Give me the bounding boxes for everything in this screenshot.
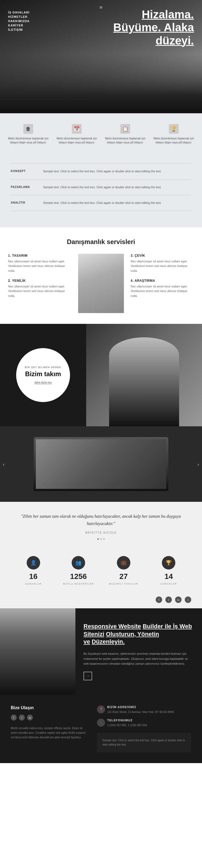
laptop-section: ‹ › [0, 426, 202, 502]
nav-links: İŞ DAVALARI HİZMETLER HAKKIMIZDA KARİYER… [8, 11, 30, 32]
hamburger-menu[interactable]: ≡ [99, 4, 102, 10]
footer-facebook-icon[interactable]: f [11, 715, 17, 720]
laptop-visual [34, 437, 168, 491]
stat-uzmanlar2: 🏆 14 UZMANLAR [146, 556, 192, 586]
stat-uzmanlar: 👤 16 UZMANLAR [11, 556, 56, 586]
nav-item-hakkimizda[interactable]: HAKKIMIZDA [8, 20, 30, 23]
stat-musteriler: 👥 1256 MUTLU MÜŞTERİLER [56, 556, 101, 586]
cta-right-content: Responsive Website Builder ile İş Web Si… [75, 608, 202, 694]
quote-dot-1[interactable] [97, 538, 99, 540]
icon-card-1[interactable]: 📅 Metni düzenlemeye başlamak için tıklay… [54, 121, 100, 147]
consulting-center-image [77, 254, 125, 313]
phone-icon: 📞 [97, 719, 105, 727]
nav-item-hizmetler[interactable]: HİZMETLER [8, 15, 30, 18]
footer-address-label: BİZİM ADRESİMİZ [107, 705, 174, 709]
icon-card-3[interactable]: 🏆 Metni düzenlemeye başlamak için tıklay… [151, 121, 197, 147]
consult-text-cevik: Nec ullamcorper sit amet risus nullam eg… [131, 259, 194, 273]
icon-card-icon-3: 🏆 [169, 124, 178, 134]
footer-address-block: 📍 BİZİM ADRESİMİZ 121 Rock Street, 21 Av… [97, 705, 191, 714]
footer-left: Bize Ulaşın f t in Morbi convallis metus… [11, 705, 86, 752]
team-section: BİR ŞEY BİLMEN GEREK Bizim takım daha fa… [0, 324, 202, 426]
cta-section: Responsive Website Builder ile İş Web Si… [0, 608, 202, 694]
glasses-image [78, 254, 124, 313]
icon-card-text-0: Metni düzenlemeye başlamak için tıklayın… [7, 136, 50, 145]
icon-card-text-3: Metni düzenlemeye başlamak için tıklayın… [152, 136, 195, 145]
consult-item-cevik: 3. ÇEVİK Nec ullamcorper sit amet risus … [131, 254, 194, 273]
footer: Bize Ulaşın f t in Morbi convallis metus… [0, 694, 202, 763]
team-photo [86, 324, 202, 426]
services-row-pazarlama: PAZARLAMA Sample text. Click to select t… [11, 185, 191, 190]
social-facebook-icon[interactable]: f [156, 596, 162, 603]
nav-item-is-davalari[interactable]: İŞ DAVALARI [8, 11, 30, 14]
icon-card-2[interactable]: 📋 Metni düzenlemeye başlamak için tıklay… [102, 121, 148, 147]
icon-card-icon-2: 📋 [121, 124, 130, 134]
stat-number-uzmanlar2: 14 [146, 572, 192, 581]
cta-title-part4: Düzenleyin. [92, 638, 125, 645]
footer-phone-value: 1 (234) 567-891, 1 (234) 987-654 [107, 723, 147, 727]
footer-address-text: BİZİM ADRESİMİZ 121 Rock Street, 21 Aven… [107, 705, 174, 714]
icon-card-icon-0: 🗑 [24, 124, 33, 134]
nav-item-kariyer[interactable]: KARİYER [8, 24, 30, 27]
divider-1 [11, 179, 191, 180]
team-read-more-link[interactable]: daha fazla oku [34, 381, 52, 384]
consult-title-arastirma: 4. ARAŞTIRMA [131, 279, 194, 283]
hero-trees-overlay [0, 54, 202, 113]
quote-dot-3[interactable] [103, 538, 105, 540]
consulting-title: Danışmanlık servisleri [8, 238, 194, 246]
icon-card-text-1: Metni düzenlemeye başlamak için tıklayın… [55, 136, 98, 145]
prev-arrow[interactable]: ‹ [3, 460, 5, 468]
services-text-analitik: Sample text. Click to select the text bo… [43, 200, 191, 206]
footer-social-icons: f t in [11, 715, 86, 720]
quote-section: "Zihin her zaman tam olarak ne olduğunu … [0, 502, 202, 548]
cta-title-part1: Responsive Website [83, 623, 141, 630]
cta-person-photo [0, 608, 75, 694]
team-left: BİR ŞEY BİLMEN GEREK Bizim takım daha fa… [0, 324, 86, 426]
next-arrow[interactable]: › [197, 460, 199, 468]
stat-vakalar: 💼 27 BAŞARILI VAKALAR [101, 556, 146, 586]
social-instagram-icon[interactable]: in [175, 596, 181, 603]
services-label-pazarlama: PAZARLAMA [11, 185, 43, 188]
hero-section: ≡ İŞ DAVALARI HİZMETLER HAKKIMIZDA KARİY… [0, 0, 202, 113]
cta-arrow-button[interactable]: → [83, 672, 92, 680]
footer-contact-title: Bize Ulaşın [11, 705, 86, 710]
icon-card-0[interactable]: 🗑 Metni düzenlemeye başlamak için tıklay… [5, 121, 51, 147]
consult-text-tasarim: Nec ullamcorper sit amet risus nullam eg… [8, 259, 71, 273]
stat-label-uzmanlar: UZMANLAR [25, 583, 42, 585]
team-title: Bizim takım [25, 370, 61, 378]
consult-title-yenilik: 2. YENİLİK [8, 279, 71, 283]
quote-dot-2[interactable] [100, 538, 102, 540]
hero-title-line3: düzeyi. [156, 34, 194, 47]
stat-label-uzmanlar2: UZMANLAR [160, 583, 177, 585]
footer-sample-text-box: Sample text. Click to select the text bo… [97, 733, 191, 752]
services-label-analitik: ANALİTİK [11, 200, 43, 204]
stat-label-vakalar: BAŞARILI VAKALAR [109, 583, 138, 585]
social-tumblr-icon[interactable]: t [185, 596, 191, 603]
social-twitter-icon[interactable]: t [165, 596, 172, 603]
consult-item-arastirma: 4. ARAŞTIRMA Nec ullamcorper sit amet ri… [131, 279, 194, 299]
nav-item-iletisim[interactable]: İLETİŞİM [8, 28, 30, 31]
consult-title-tasarim: 1. TASARIM [8, 254, 71, 257]
footer-instagram-icon[interactable]: in [27, 715, 33, 720]
footer-twitter-icon[interactable]: t [19, 715, 25, 720]
icon-card-text-2: Metni düzenlemeye başlamak için tıklayın… [104, 136, 147, 145]
footer-phone-block: 📞 TELEFONUMUZ 1 (234) 567-891, 1 (234) 9… [97, 719, 191, 727]
services-row-analitik: ANALİTİK Sample text. Click to select th… [11, 200, 191, 206]
footer-address-value: 121 Rock Street, 21 Avenue, New York, NY… [107, 710, 174, 714]
cta-title: Responsive Website Builder ile İş Web Si… [83, 623, 194, 646]
stat-icon-vakalar: 💼 [117, 556, 130, 569]
services-text-konsept: Sample text. Click to select the text bo… [43, 169, 191, 174]
stat-icon-uzmanlar: 👤 [27, 556, 40, 569]
consulting-grid: 1. TASARIM Nec ullamcorper sit amet risu… [8, 254, 194, 313]
quote-text: "Zihin her zaman tam olarak ne olduğunu … [16, 513, 186, 527]
stat-number-vakalar: 27 [101, 572, 146, 581]
team-circle: BİR ŞEY BİLMEN GEREK Bizim takım daha fa… [16, 348, 70, 402]
consult-text-yenilik: Nec ullamcorper sit amet risus nullam eg… [8, 284, 71, 299]
team-right [86, 324, 202, 426]
stat-label-musteriler: MUTLU MÜŞTERİLER [63, 583, 94, 585]
services-row-konsept: KONSEPT Sample text. Click to select the… [11, 169, 191, 174]
stats-section: 👤 16 UZMANLAR 👥 1256 MUTLU MÜŞTERİLER 💼 … [0, 548, 202, 594]
divider-top [11, 163, 191, 164]
laptop-screen [36, 439, 166, 489]
address-icon: 📍 [97, 705, 105, 713]
team-small-label: BİR ŞEY BİLMEN GEREK [25, 366, 61, 369]
